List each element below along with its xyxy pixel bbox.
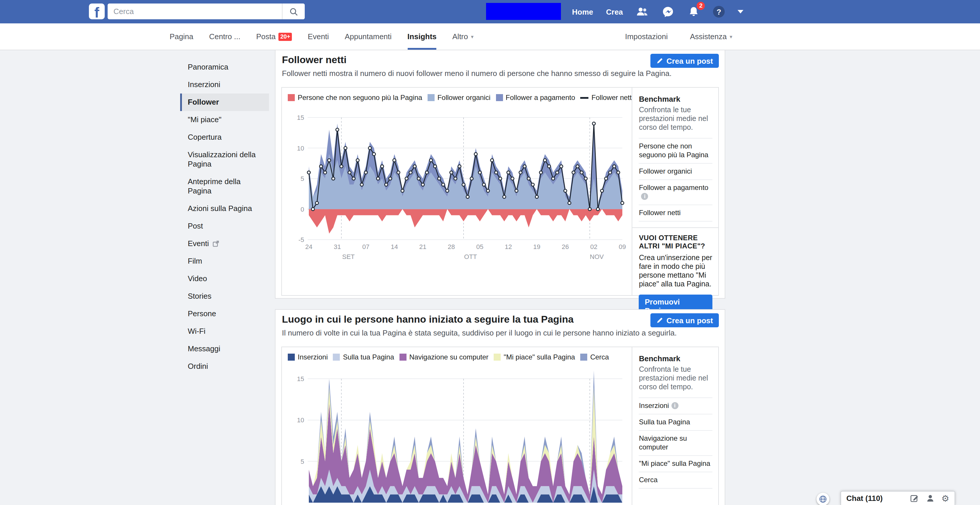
legend-swatch (496, 94, 503, 101)
svg-text:OTT: OTT (464, 253, 477, 260)
benchmark-item-follower-netti[interactable]: Follower netti (639, 205, 713, 222)
svg-text:-5: -5 (298, 236, 304, 243)
benchmark-item-sulla-tua-pagina[interactable]: Sulla tua Pagina (639, 414, 713, 431)
legend-item-follower-netti: Follower netti (581, 94, 632, 102)
help-icon[interactable]: ? (713, 6, 725, 17)
sidebar-item-label: Inserzioni (188, 80, 220, 89)
create-post-button[interactable]: Crea un post (650, 313, 719, 327)
benchmark-item-persone-che-non-seguono-pi-la-pagina[interactable]: Persone che non seguono più la Pagina (639, 138, 713, 164)
search-input[interactable] (108, 3, 282, 19)
tab-assistenza[interactable]: Assistenza▾ (690, 23, 732, 50)
promo-body: Crea un'inserzione per fare in modo che … (639, 254, 713, 289)
sidebar-item-inserzioni[interactable]: Inserzioni (180, 76, 269, 94)
legend-label: Persone che non seguono più la Pagina (298, 94, 422, 102)
tab-label: Posta (256, 32, 276, 41)
sidebar-item-panoramica[interactable]: Panoramica (180, 59, 269, 76)
tab-eventi[interactable]: Eventi (308, 23, 329, 50)
legend-item-persone-che-non-seguono-pi-la-pagina: Persone che non seguono più la Pagina (288, 94, 422, 102)
tab-label: Appuntamenti (345, 32, 391, 41)
search-button[interactable] (282, 3, 305, 19)
sidebar-item-post[interactable]: Post (180, 218, 269, 235)
sidebar-item-label: Post (188, 222, 203, 231)
net-followers-chart-box: -5051015SETOTTNOV24310714212805121926020… (282, 87, 719, 296)
sidebar-item-eventi[interactable]: Eventi (180, 235, 269, 252)
sidebar-item-video[interactable]: Video (180, 270, 269, 287)
follow-sources-card: Luogo in cui le persone hanno iniziato a… (275, 309, 725, 505)
benchmark-item-cerca[interactable]: Cerca (639, 472, 713, 489)
chat-settings-gear-icon[interactable]: ⚙ (942, 494, 949, 503)
contacts-icon[interactable] (926, 494, 934, 503)
svg-text:0: 0 (301, 206, 304, 213)
tab-label: Pagina (170, 32, 193, 41)
sidebar-item-azioni-sulla-pagina[interactable]: Azioni sulla Pagina (180, 200, 269, 218)
benchmark-description: Confronta le tue prestazioni medie nel c… (639, 106, 713, 132)
follow-sources-chart-box: 51015 InserzioniSulla tua PaginaNavigazi… (282, 346, 719, 505)
section-subtitle: Follower netti mostra il numero di nuovi… (282, 69, 671, 78)
legend-swatch (580, 354, 587, 360)
legend-item-sulla-tua-pagina: Sulla tua Pagina (333, 353, 394, 361)
benchmark-item-label: Follower a pagamento (639, 184, 708, 192)
chevron-down-icon: ▾ (471, 33, 474, 40)
tab-centro[interactable]: Centro ... (209, 23, 240, 50)
topbar: f Home Crea 2 ? (0, 0, 980, 23)
chat-bar[interactable]: Chat (110) ⚙ (840, 491, 955, 505)
new-message-icon[interactable] (910, 494, 919, 503)
sidebar-item-label: Persone (188, 309, 216, 319)
sidebar-item-stories[interactable]: Stories (180, 287, 269, 305)
home-link[interactable]: Home (572, 7, 593, 16)
page-tabs-bar: PaginaCentro ...Posta20+EventiAppuntamen… (0, 23, 980, 50)
globe-icon (819, 495, 827, 503)
benchmark-item-follower-a-pagamento[interactable]: Follower a pagamentoi (639, 180, 713, 205)
sidebar-item-anteprime-della-pagina[interactable]: Anteprime della Pagina (180, 173, 269, 200)
sidebar-item-label: Ordini (188, 362, 208, 371)
benchmark-item-inserzioni[interactable]: Inserzionii (639, 398, 713, 414)
sidebar-item-mi-piace[interactable]: "Mi piace" (180, 111, 269, 129)
svg-text:19: 19 (533, 243, 540, 251)
sidebar-item-messaggi[interactable]: Messaggi (180, 340, 269, 358)
create-post-label: Crea un post (667, 316, 713, 325)
tab-posta[interactable]: Posta20+ (256, 23, 292, 50)
sidebar-item-persone[interactable]: Persone (180, 305, 269, 322)
benchmark-item-follower-organici[interactable]: Follower organici (639, 164, 713, 180)
language-globe-button[interactable] (816, 493, 829, 505)
sidebar-item-film[interactable]: Film (180, 252, 269, 270)
notifications-icon[interactable]: 2 (687, 5, 700, 18)
create-post-button[interactable]: Crea un post (650, 54, 719, 68)
sidebar-item-copertura[interactable]: Copertura (180, 129, 269, 146)
create-link[interactable]: Crea (606, 7, 623, 16)
legend-item-follower-organici: Follower organici (428, 94, 490, 102)
svg-text:24: 24 (305, 243, 312, 251)
messenger-icon[interactable] (662, 5, 675, 18)
profile-name-redacted[interactable] (486, 3, 561, 20)
tab-label: Centro ... (209, 32, 240, 41)
friend-requests-icon[interactable] (636, 5, 649, 18)
benchmark-list: Persone che non seguono più la PaginaFol… (639, 138, 713, 222)
account-menu-chevron-icon[interactable] (738, 10, 743, 13)
legend-label: Follower a pagamento (506, 94, 575, 102)
legend-item-mi-piace-sulla-pagina: "Mi piace" sulla Pagina (494, 353, 575, 361)
svg-text:07: 07 (362, 243, 369, 251)
benchmark-item-mi-piace-sulla-pagina[interactable]: "Mi piace" sulla Pagina (639, 456, 713, 472)
tab-altro[interactable]: Altro▾ (452, 23, 474, 50)
tab-pagina[interactable]: Pagina (170, 23, 193, 50)
tab-impostazioni[interactable]: Impostazioni (625, 23, 668, 50)
benchmark-item-label: Inserzioni (639, 402, 669, 410)
promo-title: VUOI OTTENERE ALTRI "MI PIACE"? (639, 234, 713, 250)
benchmark-item-navigazione-su-computer[interactable]: Navigazione su computer (639, 431, 713, 456)
tab-appuntamenti[interactable]: Appuntamenti (345, 23, 391, 50)
sidebar-item-follower[interactable]: Follower (180, 94, 269, 111)
svg-text:31: 31 (334, 243, 341, 251)
svg-text:5: 5 (301, 175, 304, 183)
sidebar-item-ordini[interactable]: Ordini (180, 358, 269, 375)
popout-icon (212, 240, 220, 247)
sidebar-item-label: Visualizzazioni della Pagina (188, 150, 264, 169)
chat-icons: ⚙ (910, 494, 949, 503)
svg-text:28: 28 (448, 243, 455, 251)
tab-insights[interactable]: Insights (407, 23, 437, 50)
chart-legend: InserzioniSulla tua PaginaNavigazione su… (288, 353, 609, 361)
topbar-links: Home Crea 2 ? (572, 0, 743, 23)
sidebar-item-visualizzazioni-della-pagina[interactable]: Visualizzazioni della Pagina (180, 146, 269, 173)
sidebar-item-wi-fi[interactable]: Wi-Fi (180, 322, 269, 340)
facebook-logo[interactable]: f (89, 3, 105, 19)
svg-text:SET: SET (342, 253, 355, 260)
